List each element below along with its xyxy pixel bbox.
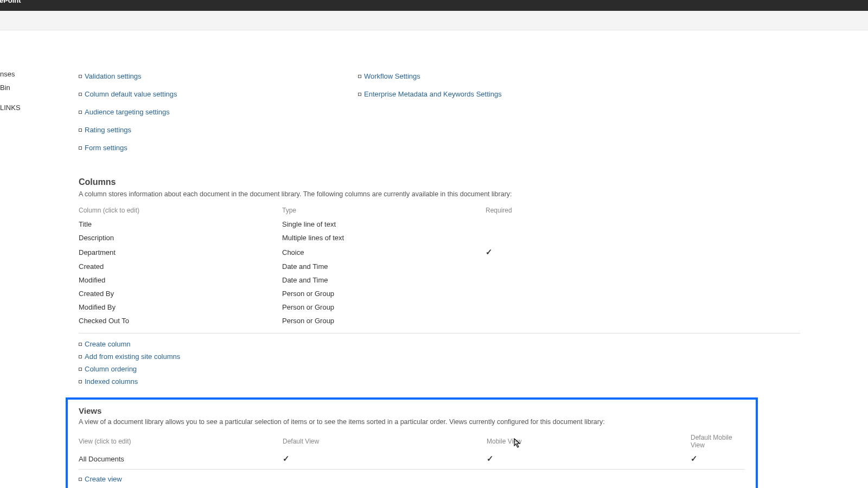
column-link-department[interactable]: Department — [79, 248, 116, 256]
columns-heading: Columns — [79, 177, 800, 187]
column-actions: Create column Add from existing site col… — [79, 338, 800, 388]
app-title: SharePoint — [0, 0, 21, 4]
check-icon: ✓ — [486, 247, 493, 256]
table-row: Created By Person or Group — [79, 287, 800, 300]
columns-table: Column (click to edit) Type Required Tit… — [79, 203, 800, 328]
views-section-highlighted: Views A view of a document library allow… — [66, 397, 758, 488]
column-link-created-by[interactable]: Created By — [79, 290, 114, 298]
views-table: View (click to edit) Default View Mobile… — [79, 431, 745, 466]
check-icon: ✓ — [691, 454, 698, 463]
table-row: Created Date and Time — [79, 260, 800, 273]
table-row: Description Multiple lines of text — [79, 231, 800, 245]
check-icon: ✓ — [283, 454, 290, 463]
column-link-description[interactable]: Description — [79, 234, 114, 242]
divider — [79, 469, 745, 470]
columns-description: A column stores information about each d… — [79, 190, 800, 198]
table-row: Title Single line of text — [79, 217, 800, 231]
main-content: Validation settings Column default value… — [79, 30, 800, 488]
nav-item[interactable]: Bin — [0, 81, 22, 94]
divider — [79, 333, 800, 333]
columns-header-type: Type — [282, 203, 486, 217]
table-row: Department Choice ✓ — [79, 245, 800, 260]
link-create-view[interactable]: Create view — [85, 475, 122, 483]
link-rating-settings[interactable]: Rating settings — [85, 126, 131, 134]
link-validation-settings[interactable]: Validation settings — [85, 72, 142, 80]
link-audience-targeting-settings[interactable]: Audience targeting settings — [85, 108, 170, 116]
nav-item[interactable]: nses — [0, 67, 22, 81]
column-required — [486, 260, 800, 273]
column-type: Date and Time — [282, 260, 486, 273]
column-type: Person or Group — [282, 300, 486, 314]
views-heading: Views — [79, 406, 745, 415]
nav-edit-links[interactable]: LINKS — [0, 101, 22, 114]
views-header-default: Default View — [283, 431, 487, 452]
view-link-all-documents[interactable]: All Documents — [79, 455, 124, 463]
column-link-modified-by[interactable]: Modified By — [79, 303, 116, 311]
column-link-title[interactable]: Title — [79, 220, 92, 228]
views-header-name: View (click to edit) — [79, 431, 283, 452]
link-column-default-value-settings[interactable]: Column default value settings — [85, 90, 177, 98]
column-type: Multiple lines of text — [282, 231, 486, 245]
column-required — [486, 273, 800, 287]
check-icon: ✓ — [487, 454, 494, 463]
column-link-created[interactable]: Created — [79, 262, 104, 271]
columns-header-required: Required — [486, 203, 800, 217]
link-add-from-existing-site-columns[interactable]: Add from existing site columns — [85, 352, 180, 361]
column-type: Date and Time — [282, 273, 486, 287]
column-required — [486, 314, 800, 328]
views-header-default-mobile: Default Mobile View — [691, 431, 745, 452]
view-actions: Create view — [79, 473, 745, 485]
table-row: Modified Date and Time — [79, 273, 800, 287]
link-create-column[interactable]: Create column — [85, 340, 131, 348]
page-body: nses Bin LINKS Validation settings Colum… — [0, 30, 868, 488]
column-required — [486, 300, 800, 314]
views-header-mobile: Mobile View — [487, 431, 691, 452]
link-indexed-columns[interactable]: Indexed columns — [85, 377, 138, 386]
column-type: Person or Group — [282, 314, 486, 328]
table-row: All Documents ✓ ✓ ✓ — [79, 452, 745, 466]
column-type: Single line of text — [282, 217, 486, 231]
left-nav: nses Bin LINKS — [0, 67, 22, 114]
views-description: A view of a document library allows you … — [79, 418, 745, 426]
column-required: ✓ — [486, 245, 800, 260]
columns-header-name: Column (click to edit) — [79, 203, 282, 217]
general-settings-col1: Validation settings Column default value… — [79, 67, 358, 157]
ribbon-bar — [0, 11, 868, 30]
column-type: Choice — [282, 245, 486, 260]
column-required — [486, 231, 800, 245]
table-row: Checked Out To Person or Group — [79, 314, 800, 328]
column-required — [486, 217, 800, 231]
column-type: Person or Group — [282, 287, 486, 300]
link-workflow-settings[interactable]: Workflow Settings — [364, 72, 420, 80]
column-link-modified[interactable]: Modified — [79, 276, 105, 284]
column-required — [486, 287, 800, 300]
general-settings-col2: Workflow Settings Enterprise Metadata an… — [358, 67, 629, 103]
column-link-checked-out-to[interactable]: Checked Out To — [79, 317, 129, 325]
table-row: Modified By Person or Group — [79, 300, 800, 314]
suite-bar: SharePoint — [0, 0, 868, 11]
link-enterprise-metadata-settings[interactable]: Enterprise Metadata and Keywords Setting… — [364, 90, 502, 98]
link-column-ordering[interactable]: Column ordering — [85, 365, 137, 373]
link-form-settings[interactable]: Form settings — [85, 144, 127, 152]
settings-links-row: Validation settings Column default value… — [79, 67, 800, 157]
